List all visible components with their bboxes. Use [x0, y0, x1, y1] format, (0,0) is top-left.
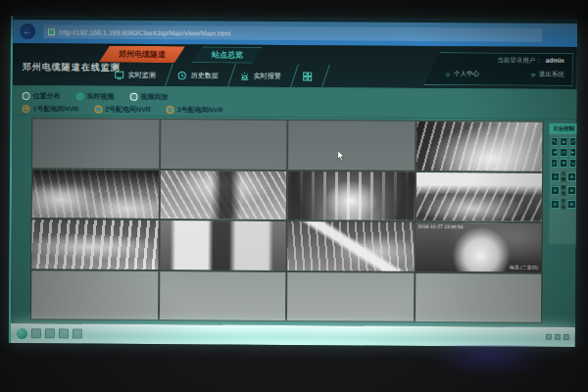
radio-icon [130, 92, 138, 100]
camera-osd-timestamp: 2018-10-27 13:39:54 [417, 223, 463, 229]
focus-minus-button[interactable]: ⊖ [551, 185, 560, 194]
zoom-label: 变倍 [561, 198, 566, 210]
menu-item-label: 实时监测 [128, 71, 156, 80]
radio-video-playback[interactable]: 视频回放 [130, 91, 169, 101]
logout-link[interactable]: ⟳ 退出系统 [531, 71, 564, 79]
monitor-screen: ← http://192.168.1.199:8080/ClientJsp/Ma… [9, 16, 577, 347]
menu-item-label: 历史数据 [191, 71, 219, 80]
ptz-down-left-button[interactable]: ↙ [551, 159, 558, 168]
video-cell-empty[interactable] [161, 120, 287, 169]
alarm-light-icon [240, 72, 250, 81]
taskbar-app-icon[interactable] [59, 328, 69, 338]
video-wall-grid: 2018-10-27 13:39:54 电缆 (二层四) [30, 118, 543, 323]
tab-site-overview[interactable]: 站点总览 [192, 46, 263, 64]
profile-link[interactable]: ☺ 个人中心 [445, 70, 479, 78]
ptz-up-left-button[interactable]: ↖ [551, 137, 558, 146]
ptz-left-button[interactable]: ◄ [551, 148, 558, 157]
radio-icon-selected [76, 92, 84, 100]
ptz-focus-row: ⊖ 聚焦 ⊕ [549, 182, 577, 196]
taskbar-explorer-icon[interactable] [45, 328, 55, 338]
ptz-arrow-pad: ↖ ▲ ↗ ◄ ⊙ ► ↙ ▼ ↘ [549, 134, 577, 169]
url-field[interactable]: http://192.168.1.199:8080/ClientJsp/Main… [43, 24, 542, 42]
url-text: http://192.168.1.199:8080/ClientJsp/Main… [59, 28, 230, 36]
zoom-in-button[interactable]: ⊕ [567, 199, 576, 208]
iris-minus-button[interactable]: ⊖ [551, 172, 560, 180]
camera-feed-3[interactable] [160, 171, 286, 220]
video-grid-icon [303, 72, 313, 81]
focus-label: 聚焦 [561, 184, 566, 196]
zoom-out-button[interactable]: ⊖ [551, 199, 560, 208]
browser-back-button[interactable]: ← [20, 24, 35, 39]
ptz-zoom-row: ⊖ 变倍 ⊕ [549, 196, 577, 210]
user-panel: 当前登录用户： admin ☺ 个人中心 ⟳ 退出系统 [424, 52, 573, 86]
nvr-select-row: 1号配电间NVR 2号配电间NVR 3号配电间NVR [22, 102, 576, 119]
ptz-up-button[interactable]: ▲ [561, 137, 567, 146]
video-cell-empty[interactable] [31, 270, 158, 319]
taskbar-browser-icon[interactable] [31, 328, 41, 338]
radio-nvr-1[interactable]: 1号配电间NVR [22, 104, 78, 114]
site-favicon-icon [48, 28, 55, 35]
camera-feed-9[interactable]: 2018-10-27 13:39:54 电缆 (二层四) [416, 222, 542, 271]
main-menu: 实时监测 历史数据 实时报警 [107, 65, 326, 88]
history-clock-icon [177, 71, 187, 80]
camera-osd-channel-label: 电缆 (二层四) [510, 264, 539, 270]
menu-item-realtime-monitor[interactable]: 实时监测 [107, 65, 170, 86]
camera-feed-5[interactable] [416, 172, 542, 220]
iris-plus-button[interactable]: ⊕ [567, 172, 576, 180]
system-tray [546, 334, 569, 340]
ptz-down-right-button[interactable]: ↘ [569, 159, 576, 168]
taskbar-app-icon[interactable] [73, 328, 82, 338]
ptz-iris-row: ⊖ 光圈 ⊕ [549, 169, 577, 182]
camera-feed-8[interactable] [287, 221, 414, 270]
radio-location-map[interactable]: 位置分布 [23, 91, 61, 101]
camera-feed-2[interactable] [32, 170, 159, 219]
camera-feed-4[interactable] [288, 171, 415, 220]
camera-feed-7[interactable] [160, 220, 286, 270]
menu-item-label: 实时报警 [254, 72, 281, 81]
windows-taskbar [11, 323, 575, 347]
video-cell-empty[interactable] [32, 119, 159, 168]
tray-icon[interactable] [546, 334, 552, 340]
camera-feed-1[interactable] [416, 122, 543, 171]
video-cell-empty[interactable] [416, 272, 542, 321]
top-tabs: 郑州电缆隧道 站点总览 [99, 46, 263, 64]
video-cell-empty[interactable] [287, 271, 414, 320]
ptz-right-button[interactable]: ► [569, 148, 576, 157]
ptz-control-panel: 云台控制 ↖ ▲ ↗ ◄ ⊙ ► ↙ ▼ ↘ ⊖ 光圈 ⊕ ⊖ 聚焦 ⊕ ⊖ 变… [549, 123, 578, 245]
login-user-label: 当前登录用户： [497, 56, 542, 65]
view-toolbar: 位置分布 实时视频 视频回放 1号配电间NVR 2号配电间NVR 3号 [12, 86, 576, 120]
radio-icon [23, 92, 30, 100]
power-icon: ⟳ [531, 72, 536, 78]
ptz-center-button[interactable]: ⊙ [561, 148, 567, 157]
ptz-panel-title: 云台控制 [549, 123, 577, 134]
monitor-screen-icon [115, 71, 124, 80]
radio-icon [94, 105, 102, 113]
video-cell-empty[interactable] [288, 121, 415, 170]
desk-reflection [431, 345, 549, 378]
radio-icon-selected [22, 105, 29, 113]
radio-nvr-3[interactable]: 3号配电间NVR [167, 105, 223, 115]
ptz-down-button[interactable]: ▼ [560, 159, 566, 168]
radio-icon [167, 106, 174, 114]
camera-feed-6[interactable] [31, 220, 158, 269]
radio-live-video[interactable]: 实时视频 [76, 91, 115, 101]
radio-nvr-2[interactable]: 2号配电间NVR [94, 104, 151, 114]
tab-cable-tunnel[interactable]: 郑州电缆隧道 [99, 46, 185, 64]
username: admin [546, 57, 564, 66]
person-icon: ☺ [445, 72, 451, 77]
app-header: 郑州电缆隧道在线监测 郑州电缆隧道 站点总览 实时监测 历史数据 [13, 43, 577, 90]
menu-item-history-data[interactable]: 历史数据 [170, 65, 232, 86]
start-button[interactable] [17, 328, 27, 339]
tray-icon[interactable] [564, 334, 569, 340]
menu-item-4[interactable] [295, 66, 326, 87]
menu-item-realtime-alarm[interactable]: 实时报警 [232, 66, 295, 87]
ptz-up-right-button[interactable]: ↗ [569, 137, 576, 146]
video-cell-empty[interactable] [160, 271, 286, 320]
tray-icon[interactable] [555, 334, 561, 340]
iris-label: 光圈 [561, 171, 566, 182]
focus-plus-button[interactable]: ⊕ [567, 185, 576, 194]
